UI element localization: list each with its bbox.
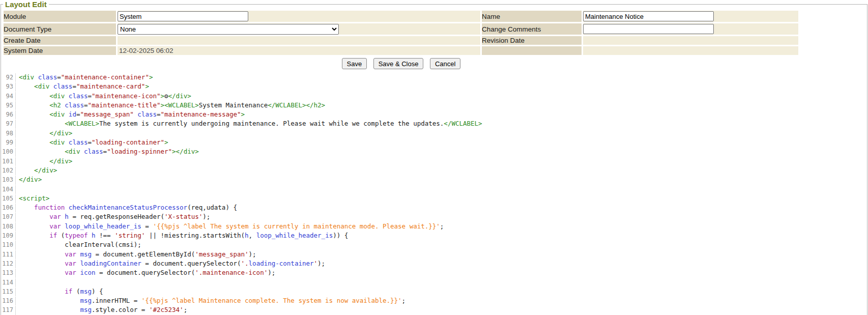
layout-edit-form: Module Name Document Type None Change Co…	[2, 9, 800, 56]
system-date-label: System Date	[4, 46, 116, 55]
code-line: 99 <div class="loading-container">	[2, 138, 866, 147]
code-text: msg.innerHTML = '{{%pjs ^label Maintenan…	[19, 297, 406, 304]
document-type-select[interactable]: None	[118, 24, 339, 35]
name-label: Name	[482, 11, 582, 22]
code-text: <div class="maintenance-container">	[19, 73, 153, 81]
code-text: <div class="loading-spinner"></div>	[19, 148, 199, 155]
code-editor[interactable]: 92<div class="maintenance-container">93 …	[2, 73, 866, 315]
line-number: 105	[2, 194, 16, 203]
code-line: 103</div>	[2, 175, 866, 184]
code-line: 117 msg.style.color = '#2c5234';	[2, 305, 866, 314]
code-text: <div class="loading-container">	[19, 138, 168, 146]
code-text: <script>	[19, 194, 49, 202]
code-text: function checkMaintenanceStatusProcessor…	[19, 204, 237, 211]
code-line: 93 <div class="maintenance-card">	[2, 82, 866, 91]
line-number: 106	[2, 204, 16, 212]
line-number: 104	[2, 185, 16, 194]
line-number: 113	[2, 269, 16, 277]
revision-date-label: Revision Date	[482, 36, 582, 45]
line-number: 92	[2, 73, 16, 82]
code-text: <div class="maintenance-card">	[19, 82, 149, 90]
code-line: 96 <div id="message_span" class="mainten…	[2, 110, 866, 119]
document-type-label: Document Type	[4, 23, 116, 35]
form-row-create-revision: Create Date Revision Date	[4, 36, 798, 45]
code-line: 105<script>	[2, 194, 866, 203]
code-line: 107 var h = req.getResponseHeader('X-sta…	[2, 212, 866, 221]
code-text: <h2 class="maintenance-title"><WCLABEL>S…	[19, 101, 325, 109]
save-button[interactable]: Save	[342, 58, 367, 69]
code-line: 94 <div class="maintenance-icon">⚙</div>	[2, 92, 866, 101]
code-line: 97 <WCLABEL>The system is currently unde…	[2, 119, 866, 128]
code-line: 95 <h2 class="maintenance-title"><WCLABE…	[2, 101, 866, 110]
line-number: 93	[2, 82, 16, 91]
code-line: 109 if (typeof h !== 'string' || !miestr…	[2, 231, 866, 240]
line-number: 117	[2, 306, 16, 314]
name-input[interactable]	[583, 11, 714, 21]
code-text: </div>	[19, 129, 72, 137]
code-text: var loadingContainer = document.querySel…	[19, 260, 325, 267]
line-number: 96	[2, 110, 16, 119]
line-number: 110	[2, 241, 16, 249]
module-label: Module	[4, 11, 116, 22]
empty-label-cell	[482, 46, 582, 55]
form-row-module-name: Module Name	[4, 11, 798, 22]
code-line: 101 </div>	[2, 157, 866, 166]
line-number: 114	[2, 278, 16, 287]
code-line: 92<div class="maintenance-container">	[2, 73, 866, 82]
code-line: 104	[2, 185, 866, 194]
code-line: 98 </div>	[2, 129, 866, 138]
code-text: <WCLABEL>The system is currently undergo…	[19, 120, 482, 127]
system-date-value: 12-02-2025 06:02	[118, 47, 173, 54]
line-number: 101	[2, 157, 16, 166]
line-number: 100	[2, 148, 16, 156]
line-number: 97	[2, 120, 16, 128]
code-text: var msg = document.getElementById('messa…	[19, 250, 256, 258]
code-text: </div>	[19, 157, 72, 165]
code-line: 111 var msg = document.getElementById('m…	[2, 250, 866, 259]
code-line: 116 msg.innerHTML = '{{%pjs ^label Maint…	[2, 296, 866, 305]
module-input[interactable]	[118, 11, 248, 21]
code-text: if (msg) {	[19, 288, 103, 295]
code-line: 108 var loop_while_header_is = '{{%pjs ^…	[2, 222, 866, 231]
save-and-close-button[interactable]: Save & Close	[373, 58, 424, 69]
line-number: 98	[2, 129, 16, 138]
code-line: 110 clearInterval(cmsi);	[2, 240, 866, 249]
code-line: 106 function checkMaintenanceStatusProce…	[2, 203, 866, 212]
line-number: 112	[2, 260, 16, 268]
line-number: 95	[2, 101, 16, 110]
code-text: msg.style.color = '#2c5234';	[19, 306, 187, 313]
line-number: 103	[2, 176, 16, 184]
code-text: var icon = document.querySelector('.main…	[19, 269, 275, 276]
cancel-button[interactable]: Cancel	[430, 58, 460, 69]
code-text: clearInterval(cmsi);	[19, 241, 141, 248]
code-line: 100 <div class="loading-spinner"></div>	[2, 147, 866, 156]
code-line: 115 if (msg) {	[2, 287, 866, 296]
change-comments-label: Change Comments	[482, 23, 582, 35]
change-comments-input[interactable]	[583, 24, 714, 34]
line-number: 115	[2, 288, 16, 296]
code-text: </div>	[19, 166, 57, 174]
form-row-doctype-comments: Document Type None Change Comments	[4, 23, 798, 35]
code-text: <div class="maintenance-icon">⚙</div>	[19, 92, 191, 100]
line-number: 111	[2, 250, 16, 259]
panel-title: Layout Edit	[3, 0, 49, 9]
layout-edit-panel: Layout Edit Module Name Document Type No…	[1, 0, 867, 315]
code-text: var h = req.getResponseHeader('X-status'…	[19, 213, 210, 220]
line-number: 94	[2, 92, 16, 101]
form-actions: Save Save & Close Cancel	[2, 56, 800, 71]
line-number: 116	[2, 297, 16, 305]
code-text: if (typeof h !== 'string' || !miestring.…	[19, 232, 348, 239]
code-text: </div>	[19, 176, 42, 183]
line-number: 107	[2, 213, 16, 221]
code-line: 113 var icon = document.querySelector('.…	[2, 268, 866, 277]
create-date-label: Create Date	[4, 36, 116, 45]
line-number: 108	[2, 222, 16, 231]
line-number: 109	[2, 232, 16, 240]
line-number: 99	[2, 138, 16, 147]
form-row-system-date: System Date 12-02-2025 06:02	[4, 46, 798, 55]
code-text: var loop_while_header_is = '{{%pjs ^labe…	[19, 222, 444, 230]
code-line: 114	[2, 278, 866, 287]
code-line: 112 var loadingContainer = document.quer…	[2, 259, 866, 268]
code-line: 102 </div>	[2, 166, 866, 175]
line-number: 102	[2, 166, 16, 175]
